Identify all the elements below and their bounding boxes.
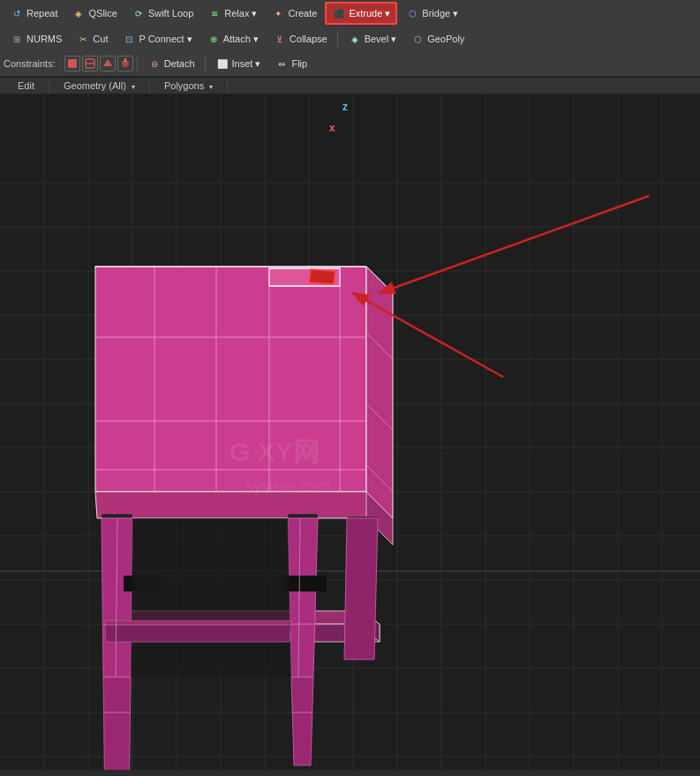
svg-marker-60	[102, 514, 132, 518]
create-button[interactable]: ✦ Create	[265, 3, 323, 24]
svg-text:system.com: system.com	[245, 478, 330, 495]
bevel-label: Bevel	[365, 34, 389, 44]
cut-button[interactable]: ✂ Cut	[70, 28, 114, 49]
pconnect-label: P Connect	[139, 34, 184, 44]
attach-dropdown-arrow: ▾	[253, 34, 259, 45]
geometry-dropdown-arrow: ▾	[132, 83, 135, 91]
svg-marker-74	[131, 518, 291, 677]
inset-label: Inset	[232, 58, 253, 69]
relax-label: Relax	[224, 8, 249, 19]
z-axis-label: z	[342, 101, 348, 113]
svg-marker-39	[366, 267, 393, 518]
tab-geometry-all[interactable]: Geometry (All) ▾	[49, 78, 150, 94]
svg-marker-40	[95, 492, 393, 518]
flip-icon: ⇔	[275, 57, 289, 71]
tab-polygons-label: Polygons	[164, 80, 204, 91]
pconnect-button[interactable]: ⊡ P Connect ▾	[116, 28, 198, 49]
svg-marker-71	[344, 518, 378, 659]
separator-2	[137, 55, 138, 72]
constraint-edge[interactable]	[82, 56, 98, 72]
inset-button[interactable]: ⬜ Inset ▾	[209, 53, 267, 74]
svg-text:G XY网: G XY网	[230, 437, 320, 466]
cut-label: Cut	[93, 34, 108, 44]
pconnect-dropdown-arrow: ▾	[187, 34, 192, 45]
swiftloop-label: Swift Loop	[148, 8, 193, 19]
toolbar-row-1: ↺ Repeat ◈ QSlice ⟳ Swift Loop ≋ Relax ▾…	[0, 0, 700, 26]
tab-edit[interactable]: Edit	[4, 78, 49, 94]
repeat-icon: ↺	[10, 6, 24, 20]
toolbar: ↺ Repeat ◈ QSlice ⟳ Swift Loop ≋ Relax ▾…	[0, 0, 700, 77]
inset-dropdown-arrow: ▾	[255, 58, 260, 70]
relax-button[interactable]: ≋ Relax ▾	[201, 3, 263, 24]
bridge-button[interactable]: ⬡ Bridge ▾	[399, 3, 464, 24]
constraint-icons-group	[64, 56, 133, 72]
geopoly-label: GeoPoly	[427, 34, 464, 44]
attach-label: Attach	[223, 34, 251, 44]
tab-polygons[interactable]: Polygons ▾	[150, 78, 228, 94]
viewport-svg: z x	[0, 94, 700, 770]
qslice-button[interactable]: ◈ QSlice	[65, 3, 123, 24]
inset-icon: ⬜	[215, 57, 230, 71]
nurms-label: NURMS	[26, 34, 62, 44]
collapse-button[interactable]: ⊻ Collapse	[267, 28, 334, 49]
detach-button[interactable]: ⊖ Detach	[141, 53, 201, 74]
detach-icon: ⊖	[147, 57, 162, 71]
constraints-label: Constraints:	[4, 58, 56, 69]
relax-dropdown-arrow: ▾	[252, 8, 257, 19]
bridge-icon: ⬡	[405, 6, 419, 20]
constraint-face[interactable]	[100, 56, 116, 72]
pconnect-icon: ⊡	[122, 32, 136, 46]
tab-edit-label: Edit	[18, 80, 34, 91]
geopoly-button[interactable]: ⬡ GeoPoly	[404, 28, 470, 49]
separator-3	[205, 55, 206, 72]
attach-icon: ⊕	[207, 32, 221, 46]
polygons-dropdown-arrow: ▾	[209, 83, 213, 91]
collapse-icon: ⊻	[273, 32, 287, 46]
create-icon: ✦	[271, 6, 285, 20]
nurms-icon: ⊞	[10, 32, 24, 46]
constraint-normal[interactable]	[117, 56, 133, 72]
svg-marker-76	[105, 625, 291, 642]
repeat-button[interactable]: ↺ Repeat	[4, 3, 64, 24]
create-label: Create	[288, 8, 317, 19]
toolbar-row-2: ⊞ NURMS ✂ Cut ⊡ P Connect ▾ ⊕ Attach ▾ ⊻…	[0, 26, 700, 51]
relax-icon: ≋	[207, 6, 222, 20]
flip-label: Flip	[291, 58, 307, 69]
svg-marker-66	[288, 518, 318, 677]
x-axis-label: x	[329, 122, 335, 134]
qslice-icon: ◈	[72, 6, 86, 20]
bridge-dropdown-arrow: ▾	[453, 8, 458, 19]
svg-marker-75	[105, 621, 291, 625]
detach-label: Detach	[164, 58, 195, 69]
bevel-button[interactable]: ◈ Bevel ▾	[342, 28, 403, 49]
nurms-button[interactable]: ⊞ NURMS	[4, 28, 68, 49]
viewport-3d[interactable]: z x	[0, 94, 700, 770]
bridge-label: Bridge	[422, 8, 450, 19]
toolbar-row-3: Constraints: ⊖ Detach ⬜ Inset ▾	[0, 51, 700, 76]
extrude-icon: ⬛	[332, 6, 346, 20]
extrude-dropdown-arrow: ▾	[385, 8, 390, 19]
separator-1	[337, 30, 338, 48]
svg-marker-43	[309, 269, 335, 284]
attach-button[interactable]: ⊕ Attach ▾	[200, 28, 265, 49]
collapse-label: Collapse	[290, 34, 327, 44]
extrude-label: Extrude	[349, 8, 382, 19]
constraint-none[interactable]	[64, 56, 80, 72]
swiftloop-button[interactable]: ⟳ Swift Loop	[125, 3, 199, 24]
qslice-label: QSlice	[88, 8, 117, 19]
bevel-dropdown-arrow: ▾	[391, 34, 396, 45]
svg-rect-0	[68, 59, 77, 68]
svg-marker-62	[103, 677, 131, 770]
tab-bar: Edit Geometry (All) ▾ Polygons ▾	[0, 77, 700, 94]
flip-button[interactable]: ⇔ Flip	[268, 53, 313, 74]
cut-icon: ✂	[76, 32, 90, 46]
extrude-button[interactable]: ⬛ Extrude ▾	[325, 2, 397, 25]
bevel-icon: ◈	[348, 32, 362, 46]
svg-marker-65	[288, 514, 318, 518]
svg-marker-67	[291, 677, 313, 765]
svg-marker-3	[103, 59, 112, 66]
swiftloop-icon: ⟳	[132, 6, 146, 20]
geopoly-icon: ⬡	[410, 32, 425, 46]
tab-geometry-label: Geometry (All)	[64, 80, 126, 91]
repeat-label: Repeat	[26, 8, 57, 19]
